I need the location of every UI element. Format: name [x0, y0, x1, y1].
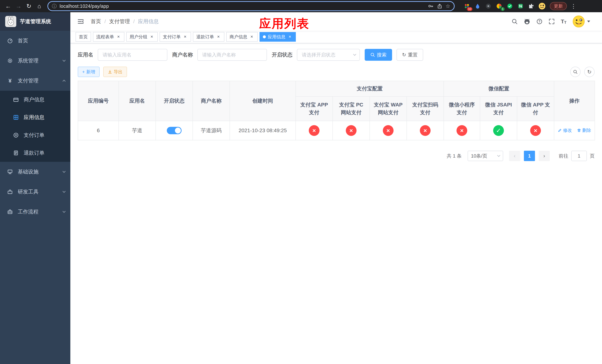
bookmark-star-icon[interactable]: ☆: [446, 3, 450, 9]
next-page-button[interactable]: ›: [539, 151, 550, 161]
yen-icon: ¥: [7, 78, 13, 84]
tab-pay-orders[interactable]: 支付订单 ×: [160, 32, 191, 42]
header-search-icon[interactable]: [511, 18, 518, 25]
tab-close-icon[interactable]: ×: [216, 34, 221, 39]
breadcrumb-payment[interactable]: 支付管理: [109, 18, 130, 25]
status-cross-icon: ×: [530, 125, 541, 136]
password-key-icon[interactable]: [428, 3, 434, 9]
browser-forward-icon[interactable]: →: [13, 1, 24, 11]
app-name-input[interactable]: [98, 49, 167, 61]
extension-green-check-icon[interactable]: [506, 2, 514, 10]
status-toggle[interactable]: [167, 127, 182, 134]
prev-page-button[interactable]: ‹: [509, 151, 520, 161]
svg-text:?: ?: [538, 20, 540, 23]
status-cross-icon: ×: [346, 125, 356, 136]
page-size-select[interactable]: 10条/页: [468, 151, 503, 161]
browser-menu-icon[interactable]: ⋮: [569, 3, 578, 10]
monitor-icon: [7, 169, 13, 175]
document-icon: [13, 150, 19, 156]
share-icon[interactable]: [437, 3, 443, 9]
status-select[interactable]: 请选择开启状态: [297, 49, 360, 61]
chevron-down-icon: [63, 170, 66, 173]
cell-app-name: 芋道: [119, 121, 156, 140]
tab-process-form[interactable]: 流程表单 ×: [93, 32, 124, 42]
cell-create-time: 2021-10-23 08:49:25: [230, 121, 296, 140]
extension-green-square-icon[interactable]: [516, 2, 525, 10]
sidebar-item-infrastructure[interactable]: 基础设施: [0, 162, 70, 182]
refresh-table-button[interactable]: ↻: [584, 67, 595, 77]
tab-user-group[interactable]: 用户分组 ×: [126, 32, 158, 42]
sidebar-item-merchant-info[interactable]: 商户信息: [0, 91, 70, 108]
browser-back-icon[interactable]: ←: [3, 1, 13, 11]
sidebar-item-app-info[interactable]: 应用信息: [0, 108, 70, 126]
sidebar-item-pay-orders[interactable]: 支付订单: [0, 126, 70, 144]
goto-page: 前往 页: [559, 151, 595, 161]
tab-app-info[interactable]: 应用信息 ×: [259, 32, 296, 42]
tab-close-icon[interactable]: ×: [287, 34, 292, 39]
delete-link[interactable]: 删除: [577, 127, 591, 133]
tab-label: 用户分组: [129, 34, 147, 40]
docs-question-icon[interactable]: ?: [536, 18, 543, 25]
sidebar-item-workflow[interactable]: 工作流程: [0, 202, 70, 222]
tab-merchant-info[interactable]: 商户信息 ×: [226, 32, 258, 42]
chevron-down-icon: [353, 53, 356, 56]
refresh-icon: ↻: [402, 52, 406, 58]
card-icon: [13, 97, 19, 103]
extension-colorgrid-icon[interactable]: 10: [463, 2, 471, 10]
user-avatar[interactable]: [572, 15, 590, 28]
sidebar-item-system[interactable]: 系统管理: [0, 51, 70, 71]
font-size-icon[interactable]: TT: [561, 19, 567, 24]
grid-icon: [13, 114, 19, 120]
breadcrumb-home[interactable]: 首页: [91, 18, 101, 25]
tab-close-icon[interactable]: ×: [116, 34, 121, 39]
add-button[interactable]: + 新增: [78, 67, 100, 77]
export-button[interactable]: 导出: [103, 67, 127, 77]
tab-close-icon[interactable]: ×: [149, 34, 154, 39]
merchant-name-input[interactable]: [197, 49, 267, 61]
col-app-id: 应用编号: [78, 81, 119, 121]
tab-close-icon[interactable]: ×: [249, 34, 254, 39]
apps-table: 应用编号 应用名 开启状态 商户名称 创建时间 支付宝配置 微信配置 操作 支付…: [78, 81, 595, 140]
sidebar-item-refund-orders[interactable]: 退款订单: [0, 144, 70, 162]
fullscreen-icon[interactable]: [548, 18, 555, 25]
refresh-icon: ↻: [587, 69, 591, 75]
github-icon[interactable]: [524, 18, 530, 25]
tab-home[interactable]: 首页: [75, 32, 91, 42]
sidebar-item-payment[interactable]: ¥ 支付管理: [0, 71, 70, 91]
edit-link[interactable]: 修改: [558, 127, 572, 133]
browser-profile-avatar[interactable]: [538, 2, 546, 10]
chevron-down-icon: [497, 154, 500, 157]
page-number-1[interactable]: 1: [524, 151, 535, 161]
sidebar-logo[interactable]: 芋道管理系统: [0, 12, 70, 31]
extensions-puzzle-icon[interactable]: [527, 2, 535, 10]
goto-page-input[interactable]: [571, 151, 587, 161]
page-size-value: 10条/页: [471, 153, 487, 159]
browser-reload-icon[interactable]: ↻: [24, 1, 34, 11]
sidebar-item-home[interactable]: 首页: [0, 31, 70, 51]
address-bar[interactable]: ⓘ localhost:1024/pay/app ☆: [47, 1, 455, 11]
delete-label: 删除: [582, 127, 591, 133]
goto-unit-label: 页: [590, 153, 595, 159]
site-info-icon[interactable]: ⓘ: [52, 3, 57, 10]
url-text[interactable]: localhost:1024/pay/app: [60, 3, 425, 9]
app-shell: 芋道管理系统 首页 系统管理 ¥ 支付管理: [0, 12, 602, 364]
filter-form: 应用名 商户名称 开启状态 请选择开启状态 搜索: [78, 49, 595, 61]
extension-profile-pie-icon[interactable]: 1: [495, 2, 503, 10]
status-select-placeholder: 请选择开启状态: [302, 52, 335, 58]
extension-dark-circle-icon[interactable]: [484, 2, 492, 10]
download-icon: [108, 70, 112, 74]
reset-button[interactable]: ↻ 重置: [397, 49, 423, 61]
browser-update-button[interactable]: 更新: [550, 2, 567, 10]
pagination-total: 共 1 条: [447, 153, 462, 159]
search-button[interactable]: 搜索: [365, 49, 392, 61]
browser-home-icon[interactable]: ⌂: [34, 1, 44, 11]
hamburger-icon[interactable]: [76, 17, 86, 26]
extension-drop-icon[interactable]: [473, 2, 482, 10]
status-cross-icon: ×: [383, 125, 394, 136]
tab-refund-orders[interactable]: 退款订单 ×: [193, 32, 224, 42]
sidebar-item-dev-tools[interactable]: 研发工具: [0, 182, 70, 202]
col-create-time: 创建时间: [230, 81, 296, 121]
tab-close-icon[interactable]: ×: [183, 34, 188, 39]
toggle-search-icon-button[interactable]: [570, 67, 580, 77]
font-size-small: T: [564, 21, 567, 24]
